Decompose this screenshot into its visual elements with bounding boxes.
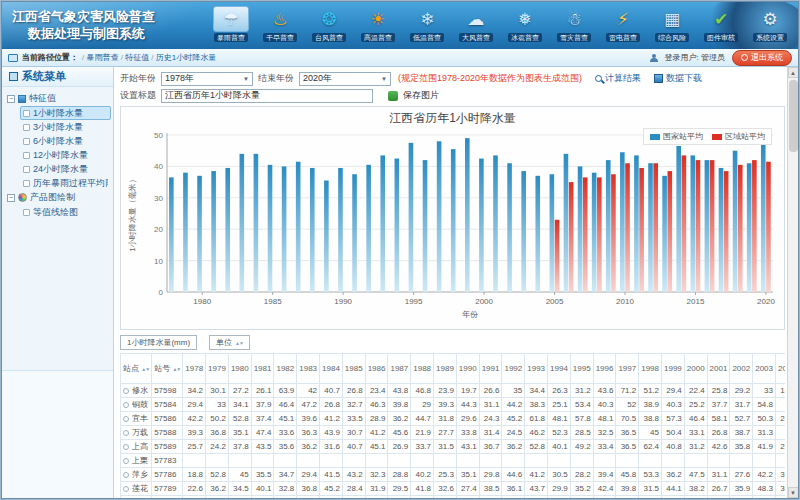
column-header-year[interactable]: 1992: [502, 354, 525, 384]
toolbar-item-冰雹普查[interactable]: ❅冰雹普查: [502, 6, 548, 42]
expander-icon[interactable]: −: [7, 194, 15, 202]
table-row: 宜丰5758642.250.252.837.445.139.641.233.52…: [121, 412, 786, 426]
column-header-year[interactable]: 1999: [662, 354, 685, 384]
toolbar-item-雷电普查[interactable]: ⚡雷电普查: [600, 6, 646, 42]
tree-group-产品图绘制[interactable]: −产品图绘制: [7, 190, 111, 205]
toolbar-item-干旱普查[interactable]: ♨干旱普查: [257, 6, 303, 42]
column-header-year[interactable]: 1982: [274, 354, 297, 384]
column-header-year[interactable]: 1998: [639, 354, 662, 384]
scroll-up-icon[interactable]: ▲: [788, 67, 799, 78]
column-header-year[interactable]: 1979: [206, 354, 229, 384]
value-cell: 21.9: [411, 426, 434, 440]
calculate-button[interactable]: 计算结果: [595, 72, 641, 85]
column-header-station[interactable]: 站点 ▲▼: [121, 354, 152, 384]
scrollbar-thumb[interactable]: [789, 80, 798, 152]
checkbox-icon[interactable]: [23, 166, 30, 173]
logout-button[interactable]: 退出系统: [732, 50, 792, 66]
value-cell: 50.3: [753, 412, 776, 426]
x-tick-label: 1990: [334, 297, 352, 306]
column-header-year[interactable]: 1994: [548, 354, 571, 384]
sidebar-item-1小时降水量[interactable]: 1小时降水量: [20, 106, 111, 120]
chart-title-input[interactable]: [161, 89, 373, 103]
column-header-year[interactable]: 1984: [320, 354, 343, 384]
sidebar-item-3小时降水量[interactable]: 3小时降水量: [20, 120, 111, 134]
sort-arrows-icon[interactable]: ▲▼: [141, 366, 149, 372]
sidebar-item-6小时降水量[interactable]: 6小时降水量: [20, 134, 111, 148]
value-cell: 35.9: [730, 482, 753, 496]
column-header-year[interactable]: 1995: [570, 354, 593, 384]
column-header-year[interactable]: 1980: [228, 354, 251, 384]
column-header-year[interactable]: 2000: [684, 354, 707, 384]
column-header-year[interactable]: 1989: [434, 354, 457, 384]
bar-national-1995: [409, 143, 414, 292]
column-header-year[interactable]: 1988: [411, 354, 434, 384]
breadcrumb-segment[interactable]: 暴雨普查: [86, 53, 118, 62]
x-tick-label: 2010: [616, 297, 634, 306]
sort-arrows-icon[interactable]: ▲▼: [172, 366, 180, 372]
toolbar-item-大风普查[interactable]: ☁大风普查: [453, 6, 499, 42]
column-header-year[interactable]: 1986: [365, 354, 388, 384]
toolbar-item-雪灾普查[interactable]: ☃雪灾普查: [551, 6, 597, 42]
breadcrumb-segment[interactable]: 特征值: [125, 53, 149, 62]
radio-icon[interactable]: [123, 402, 129, 408]
value-cell: 26.3: [548, 384, 571, 398]
value-cell: 38.8: [639, 412, 662, 426]
value-cell: 33.8: [456, 426, 479, 440]
radio-icon[interactable]: [123, 472, 129, 478]
save-image-button[interactable]: 保存图片: [403, 89, 439, 102]
checkbox-icon[interactable]: [23, 124, 30, 131]
checkbox-icon[interactable]: [23, 138, 30, 145]
sidebar-item-历年暴雨过程平均雨量[interactable]: 历年暴雨过程平均雨量: [20, 176, 111, 190]
y-tick-label: 10: [154, 257, 163, 266]
column-header-year[interactable]: 1993: [525, 354, 548, 384]
breadcrumb-segment[interactable]: 历史1小时降水量: [156, 53, 216, 62]
checkbox-icon[interactable]: [23, 209, 30, 216]
checkbox-icon[interactable]: [23, 110, 30, 117]
toolbar-item-高温普查[interactable]: ☀高温普查: [355, 6, 401, 42]
column-header-year[interactable]: 1978: [183, 354, 206, 384]
column-header-year[interactable]: 1983: [297, 354, 320, 384]
column-header-year[interactable]: 1990: [456, 354, 479, 384]
toolbar-item-台风普查[interactable]: ❂台风普查: [306, 6, 352, 42]
checkbox-icon[interactable]: [23, 180, 30, 187]
tree-group-特征值[interactable]: −特征值: [7, 91, 111, 106]
column-header-year[interactable]: 1985: [342, 354, 365, 384]
column-header-year[interactable]: 2004: [776, 354, 786, 384]
radio-icon[interactable]: [123, 388, 129, 394]
radio-icon[interactable]: [123, 458, 129, 464]
sidebar-item-24小时降水量[interactable]: 24小时降水量: [20, 162, 111, 176]
scroll-down-icon[interactable]: ▼: [788, 487, 799, 498]
download-button[interactable]: 数据下载: [654, 72, 702, 85]
value-cell: 33.5: [342, 412, 365, 426]
toolbar-item-图件审核[interactable]: ✔图件审核: [698, 6, 744, 42]
start-year-select[interactable]: 1978年 ▼: [161, 72, 253, 86]
column-header-year[interactable]: 1997: [616, 354, 639, 384]
column-header-station-id[interactable]: 站号 ▲▼: [152, 354, 183, 384]
column-header-year[interactable]: 1996: [593, 354, 616, 384]
radio-icon[interactable]: [123, 486, 129, 492]
toolbar-item-低温普查[interactable]: ❄低温普查: [404, 6, 450, 42]
toolbar-item-综合风险[interactable]: ▦综合风险: [649, 6, 695, 42]
radio-icon[interactable]: [123, 430, 129, 436]
sidebar-item-等值线绘图[interactable]: 等值线绘图: [20, 205, 111, 219]
radio-icon[interactable]: [123, 444, 129, 450]
column-header-year[interactable]: 1981: [251, 354, 274, 384]
vertical-scrollbar[interactable]: ▲ ▼: [787, 67, 798, 498]
radio-icon[interactable]: [123, 416, 129, 422]
column-header-year[interactable]: 2002: [730, 354, 753, 384]
value-cell: 36.2: [297, 440, 320, 454]
checkbox-icon[interactable]: [23, 152, 30, 159]
toolbar-item-label: 暴雨普查: [214, 33, 248, 42]
end-year-select[interactable]: 2020年 ▼: [299, 72, 391, 86]
toolbar-item-暴雨普查[interactable]: ☂暴雨普查: [208, 6, 254, 42]
value-cell: 37.7: [707, 398, 730, 412]
column-header-year[interactable]: 1991: [479, 354, 502, 384]
column-header-year[interactable]: 1987: [388, 354, 411, 384]
toolbar-item-系统设置[interactable]: ⚙系统设置: [747, 6, 793, 42]
column-header-year[interactable]: 2003: [753, 354, 776, 384]
column-header-year[interactable]: 2001: [707, 354, 730, 384]
value-cell: [297, 454, 320, 468]
expander-icon[interactable]: −: [7, 95, 15, 103]
sort-chip[interactable]: 单位 ▲▼: [209, 335, 250, 350]
sidebar-item-12小时降水量[interactable]: 12小时降水量: [20, 148, 111, 162]
